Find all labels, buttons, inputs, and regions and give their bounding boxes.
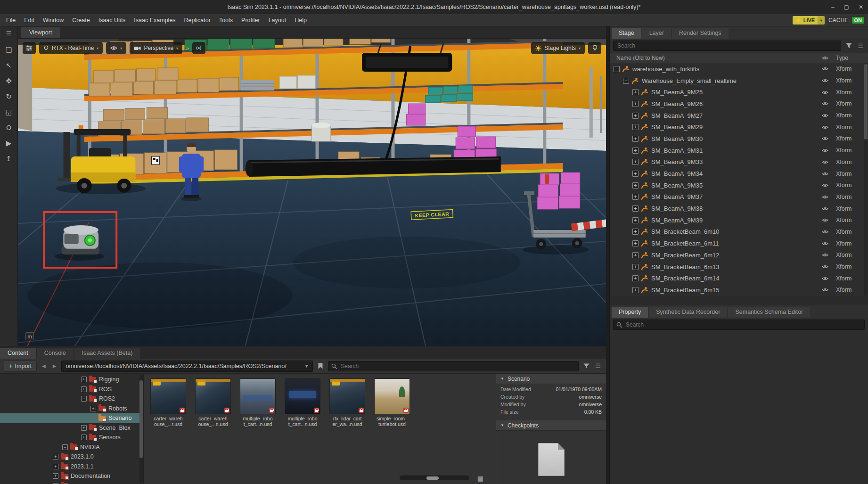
tree-row[interactable]: + Robots xyxy=(0,404,143,414)
rotate-tool[interactable]: ↻ xyxy=(2,90,16,103)
menu-item[interactable]: Tools xyxy=(215,14,237,26)
menu-item[interactable]: Create xyxy=(68,14,94,26)
visibility-toggle[interactable] xyxy=(814,195,836,199)
tree-row[interactable]: + xyxy=(0,481,143,484)
expander-icon[interactable]: + xyxy=(632,229,639,235)
stage-row[interactable]: + SM_BeamA_9M27 Xform xyxy=(610,110,868,122)
expander-icon[interactable]: + xyxy=(81,435,87,440)
stage-row[interactable]: + SM_BracketBeam_6m10 Xform xyxy=(610,226,868,238)
stage-row[interactable]: + SM_BeamA_9M30 Xform xyxy=(610,133,868,145)
lighting-mode-button[interactable] xyxy=(588,42,601,54)
tree-row[interactable]: + Documentation xyxy=(0,471,143,481)
stage-lights-dropdown[interactable]: Stage Lights ▾ xyxy=(531,42,585,54)
stage-row[interactable]: − warehouse_with_forklifts Xform xyxy=(610,63,868,75)
move-tool[interactable]: ✥ xyxy=(2,74,16,88)
stage-row[interactable]: + SM_BeamA_9M33 Xform xyxy=(610,156,868,168)
expander-icon[interactable]: + xyxy=(632,101,639,107)
dock-options-icon[interactable]: ☰ xyxy=(2,28,16,38)
expander-icon[interactable]: − xyxy=(81,396,87,402)
visibility-toggle[interactable] xyxy=(814,264,836,269)
expander-icon[interactable]: + xyxy=(632,182,639,189)
visibility-toggle[interactable] xyxy=(814,218,836,222)
content-panel-tab[interactable]: Console xyxy=(37,348,74,359)
visibility-toggle[interactable] xyxy=(814,183,836,188)
snap-tool[interactable]: Ω xyxy=(2,121,16,134)
tree-row[interactable]: Scenario xyxy=(0,413,143,423)
menu-item[interactable]: Edit xyxy=(20,14,39,26)
file-tile[interactable]: multiple_robo t_cart...n.usd xyxy=(239,378,277,427)
tab-viewport[interactable]: Viewport xyxy=(21,27,60,38)
property-search-input[interactable] xyxy=(613,320,865,330)
stage-row[interactable]: + SM_BeamA_9M34 Xform xyxy=(610,168,868,180)
import-button[interactable]: + Import xyxy=(4,361,37,372)
viewport-options-button[interactable] xyxy=(23,42,36,54)
slider-knob[interactable] xyxy=(426,476,439,480)
tree-row[interactable]: + Sensors xyxy=(0,433,143,443)
expander-icon[interactable]: + xyxy=(632,113,639,119)
expander-icon[interactable]: − xyxy=(623,78,629,84)
stage-search-input[interactable] xyxy=(613,41,841,51)
file-thumbnail[interactable] xyxy=(240,378,276,414)
stage-row[interactable]: + SM_BracketBeam_6m14 Xform xyxy=(610,272,868,284)
expander-icon[interactable]: + xyxy=(632,217,639,223)
path-caret-icon[interactable]: ▼ xyxy=(304,364,312,369)
stage-row[interactable]: + SM_BeamA_9M37 Xform xyxy=(610,191,868,203)
stage-row[interactable]: + SM_BeamA_9M35 Xform xyxy=(610,180,868,191)
viewport-3d-scene[interactable]: KEEP CLEAR xyxy=(18,39,606,346)
visibility-toggle[interactable] xyxy=(814,90,836,95)
property-panel-tab[interactable]: Semantics Schema Editor xyxy=(728,307,810,318)
thumbnail-zoom-slider[interactable] xyxy=(400,476,469,480)
expander-icon[interactable]: + xyxy=(81,377,87,382)
bookmark-icon[interactable] xyxy=(316,363,325,369)
visibility-toggle[interactable] xyxy=(814,287,836,292)
tree-row[interactable]: − NVIDIA xyxy=(0,443,143,452)
visibility-toggle[interactable] xyxy=(814,125,836,130)
close-icon[interactable]: ✕ xyxy=(859,4,863,10)
expander-icon[interactable]: + xyxy=(632,240,639,246)
menu-item[interactable]: Isaac Utils xyxy=(94,14,130,26)
content-search-input[interactable] xyxy=(328,361,579,371)
minimize-icon[interactable]: – xyxy=(831,4,835,10)
scale-tool[interactable]: ◱ xyxy=(2,105,16,119)
menu-item[interactable]: Window xyxy=(39,14,68,26)
property-panel-tab[interactable]: Property xyxy=(612,307,648,318)
visibility-toggle[interactable] xyxy=(814,230,836,234)
tree-row[interactable]: − ROS2 xyxy=(0,394,143,404)
file-thumbnail[interactable] xyxy=(285,378,320,414)
back-icon[interactable]: ◀ xyxy=(40,363,48,369)
visibility-toggle[interactable] xyxy=(814,66,836,71)
column-name[interactable]: Name (Old to New) xyxy=(616,55,814,61)
filter-funnel-icon[interactable] xyxy=(844,43,853,49)
expander-icon[interactable]: + xyxy=(632,252,639,258)
menu-item[interactable]: Profiler xyxy=(237,14,264,26)
expander-icon[interactable]: + xyxy=(632,159,639,165)
forward-icon[interactable]: ▶ xyxy=(51,363,58,369)
layout-grid-tool[interactable]: ❏ xyxy=(2,43,16,57)
menu-item[interactable]: Isaac Examples xyxy=(130,14,180,26)
visibility-toggle[interactable] xyxy=(814,206,836,211)
collapse-triangle-icon[interactable]: ▼ xyxy=(500,377,504,381)
checkpoints-section-header[interactable]: ▼ Checkpoints xyxy=(496,420,606,431)
expander-icon[interactable]: + xyxy=(632,275,639,281)
content-panel-tab[interactable]: Content xyxy=(0,348,36,359)
renderer-dropdown[interactable]: RTX - Real-Time ▾ xyxy=(39,42,103,54)
toolbar-expand-icon[interactable]: » xyxy=(186,45,189,52)
expander-icon[interactable]: + xyxy=(90,406,96,411)
menu-item[interactable]: File xyxy=(2,14,20,26)
expander-icon[interactable]: + xyxy=(81,386,87,392)
file-thumbnail[interactable] xyxy=(195,378,231,414)
expander-icon[interactable]: + xyxy=(632,194,639,200)
expander-icon[interactable]: + xyxy=(632,205,639,212)
collapse-triangle-icon[interactable]: ▼ xyxy=(500,423,504,427)
expander-icon[interactable]: + xyxy=(53,464,58,469)
file-thumbnail[interactable] xyxy=(374,378,410,414)
stage-row[interactable]: + SM_BeamA_9M31 Xform xyxy=(610,145,868,156)
live-caret-icon[interactable]: ▾ xyxy=(818,16,825,25)
view-options-icon[interactable]: ☰ xyxy=(594,362,602,369)
maximize-icon[interactable]: ▢ xyxy=(844,4,849,10)
stage-row[interactable]: − Warehouse_Empty_small_realtime Xform xyxy=(610,75,868,87)
visibility-toggle[interactable] xyxy=(814,78,836,83)
tree-row[interactable]: + 2023.1.1 xyxy=(0,462,143,472)
file-thumbnail[interactable] xyxy=(329,378,365,414)
expander-icon[interactable]: + xyxy=(632,264,639,270)
